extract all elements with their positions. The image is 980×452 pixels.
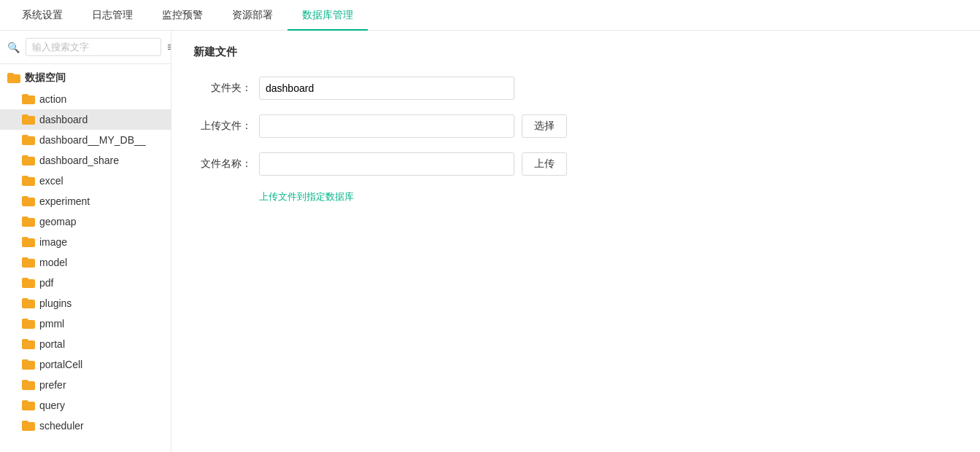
sidebar-item-prefer[interactable]: prefer	[0, 375, 171, 395]
form-title: 新建文件	[193, 45, 958, 59]
folder-icon-query	[22, 400, 35, 410]
sidebar-item-label-pmml: pmml	[39, 318, 64, 330]
folder-icon-excel	[22, 176, 35, 186]
folder-icon-portalcell	[22, 359, 35, 370]
folder-icon-plugins	[22, 298, 35, 308]
sidebar-item-portal[interactable]: portal	[0, 334, 171, 354]
folder-icon-prefer	[22, 380, 35, 390]
main-layout: 🔍 ≡ 数据空间 action dashboard dashboard__MY_…	[0, 31, 980, 452]
sidebar-item-label-dashboard-share: dashboard_share	[39, 155, 119, 166]
sidebar-item-label-portal: portal	[39, 338, 65, 350]
sidebar-item-dashboard[interactable]: dashboard	[0, 109, 171, 130]
sidebar-item-excel[interactable]: excel	[0, 171, 171, 191]
sidebar-item-label-dashboard-my-db: dashboard__MY_DB__	[39, 134, 146, 146]
sidebar-item-dashboard-my-db[interactable]: dashboard__MY_DB__	[0, 130, 171, 150]
nav-item-database-management[interactable]: 数据库管理	[288, 0, 368, 31]
sidebar-item-label-plugins: plugins	[39, 297, 72, 309]
folder-icon-dashboard-my-db	[22, 135, 35, 145]
folder-icon-portal	[22, 339, 35, 349]
sidebar-item-label-model: model	[39, 257, 67, 268]
folder-icon-geomap	[22, 217, 35, 227]
sidebar-item-label-prefer: prefer	[39, 379, 66, 391]
folder-icon-action	[22, 94, 35, 104]
upload-button[interactable]: 上传	[522, 152, 567, 176]
sidebar-item-dashboard-share[interactable]: dashboard_share	[0, 150, 171, 171]
form-row-folder: 文件夹：	[193, 77, 958, 100]
tree-root-data-space[interactable]: 数据空间	[0, 67, 171, 89]
sidebar-item-label-image: image	[39, 236, 67, 248]
form-row-upload-file: 上传文件： 选择	[193, 114, 958, 138]
top-nav: 系统设置 日志管理 监控预警 资源部署 数据库管理	[0, 0, 980, 31]
folder-input[interactable]	[259, 77, 514, 100]
sidebar-item-experiment[interactable]: experiment	[0, 191, 171, 211]
form-row-file-name: 文件名称： 上传	[193, 152, 958, 176]
sidebar-item-image[interactable]: image	[0, 232, 171, 252]
sidebar-item-model[interactable]: model	[0, 252, 171, 273]
sidebar-item-label-geomap: geomap	[39, 216, 77, 227]
select-button[interactable]: 选择	[522, 114, 567, 138]
folder-icon-model	[22, 257, 35, 268]
sidebar-item-action[interactable]: action	[0, 89, 171, 109]
content-area: 新建文件 文件夹： 上传文件： 选择 文件名称： 上传 上传文件到指定数据库	[171, 31, 980, 452]
sidebar: 🔍 ≡ 数据空间 action dashboard dashboard__MY_…	[0, 31, 171, 452]
sidebar-item-label-action: action	[39, 93, 66, 105]
sidebar-item-geomap[interactable]: geomap	[0, 211, 171, 232]
folder-root-icon	[7, 73, 20, 83]
sidebar-item-label-excel: excel	[39, 175, 63, 187]
sidebar-item-pdf[interactable]: pdf	[0, 273, 171, 293]
upload-file-input[interactable]	[259, 114, 514, 138]
nav-item-log-management[interactable]: 日志管理	[77, 0, 147, 31]
sidebar-search-bar: 🔍 ≡	[0, 31, 171, 64]
file-name-label: 文件名称：	[193, 157, 252, 171]
sidebar-tree: 数据空间 action dashboard dashboard__MY_DB__…	[0, 64, 171, 452]
folder-icon-experiment	[22, 196, 35, 206]
nav-item-monitor-alert[interactable]: 监控预警	[147, 0, 217, 31]
search-icon: 🔍	[7, 42, 20, 53]
folder-icon-image	[22, 237, 35, 247]
folder-icon-dashboard	[22, 114, 35, 125]
folder-icon-pmml	[22, 319, 35, 329]
sidebar-item-query[interactable]: query	[0, 395, 171, 416]
nav-item-resource-deploy[interactable]: 资源部署	[217, 0, 288, 31]
form-hint: 上传文件到指定数据库	[259, 190, 958, 203]
sidebar-item-scheduler[interactable]: scheduler	[0, 416, 171, 436]
sidebar-item-label-scheduler: scheduler	[39, 420, 84, 432]
folder-label: 文件夹：	[193, 82, 252, 95]
tree-root-label: 数据空间	[25, 71, 66, 85]
sidebar-item-portalcell[interactable]: portalCell	[0, 354, 171, 375]
upload-file-label: 上传文件：	[193, 120, 252, 133]
search-input[interactable]	[26, 38, 161, 56]
folder-icon-pdf	[22, 278, 35, 288]
sidebar-item-label-portalcell: portalCell	[39, 359, 82, 370]
folder-icon-dashboard-share	[22, 155, 35, 165]
sidebar-item-plugins[interactable]: plugins	[0, 293, 171, 313]
nav-item-system-settings[interactable]: 系统设置	[7, 0, 77, 31]
sidebar-item-label-pdf: pdf	[39, 277, 53, 289]
sidebar-item-label-experiment: experiment	[39, 195, 90, 207]
sidebar-item-pmml[interactable]: pmml	[0, 313, 171, 334]
folder-icon-scheduler	[22, 421, 35, 431]
sidebar-item-label-dashboard: dashboard	[39, 114, 88, 125]
sidebar-item-label-query: query	[39, 400, 65, 411]
file-name-input[interactable]	[259, 152, 514, 176]
